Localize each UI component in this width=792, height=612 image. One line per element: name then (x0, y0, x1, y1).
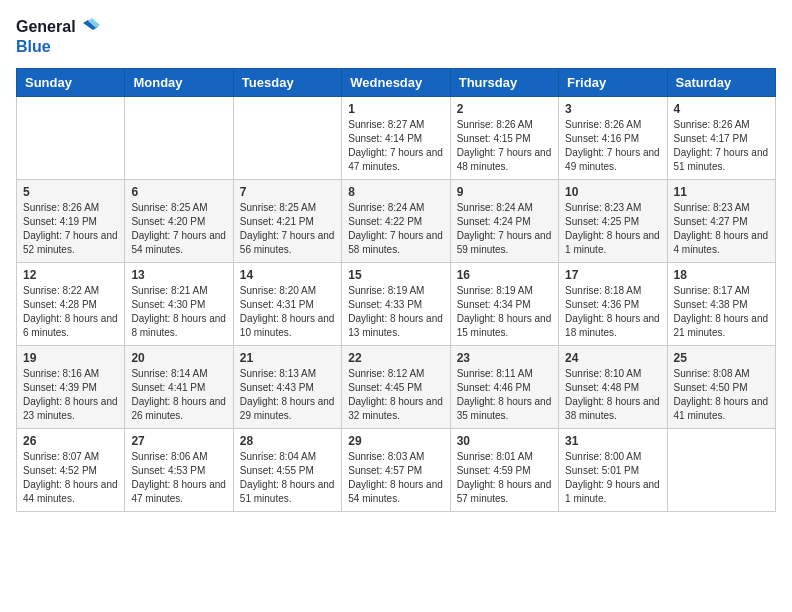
cell-info: Sunrise: 8:10 AM Sunset: 4:48 PM Dayligh… (565, 367, 660, 423)
calendar-cell: 29Sunrise: 8:03 AM Sunset: 4:57 PM Dayli… (342, 428, 450, 511)
day-number: 13 (131, 268, 226, 282)
logo-blue: Blue (16, 38, 100, 56)
cell-info: Sunrise: 8:24 AM Sunset: 4:24 PM Dayligh… (457, 201, 552, 257)
cell-info: Sunrise: 8:23 AM Sunset: 4:25 PM Dayligh… (565, 201, 660, 257)
cell-info: Sunrise: 8:17 AM Sunset: 4:38 PM Dayligh… (674, 284, 769, 340)
calendar-cell: 27Sunrise: 8:06 AM Sunset: 4:53 PM Dayli… (125, 428, 233, 511)
calendar-cell: 22Sunrise: 8:12 AM Sunset: 4:45 PM Dayli… (342, 345, 450, 428)
day-number: 30 (457, 434, 552, 448)
cell-info: Sunrise: 8:26 AM Sunset: 4:17 PM Dayligh… (674, 118, 769, 174)
weekday-header: Tuesday (233, 68, 341, 96)
calendar-cell: 21Sunrise: 8:13 AM Sunset: 4:43 PM Dayli… (233, 345, 341, 428)
calendar-cell: 16Sunrise: 8:19 AM Sunset: 4:34 PM Dayli… (450, 262, 558, 345)
day-number: 10 (565, 185, 660, 199)
day-number: 20 (131, 351, 226, 365)
day-number: 3 (565, 102, 660, 116)
calendar-week-row: 12Sunrise: 8:22 AM Sunset: 4:28 PM Dayli… (17, 262, 776, 345)
day-number: 1 (348, 102, 443, 116)
day-number: 11 (674, 185, 769, 199)
cell-info: Sunrise: 8:06 AM Sunset: 4:53 PM Dayligh… (131, 450, 226, 506)
cell-info: Sunrise: 8:07 AM Sunset: 4:52 PM Dayligh… (23, 450, 118, 506)
cell-info: Sunrise: 8:19 AM Sunset: 4:34 PM Dayligh… (457, 284, 552, 340)
cell-info: Sunrise: 8:12 AM Sunset: 4:45 PM Dayligh… (348, 367, 443, 423)
calendar-cell: 8Sunrise: 8:24 AM Sunset: 4:22 PM Daylig… (342, 179, 450, 262)
cell-info: Sunrise: 8:08 AM Sunset: 4:50 PM Dayligh… (674, 367, 769, 423)
calendar-cell: 18Sunrise: 8:17 AM Sunset: 4:38 PM Dayli… (667, 262, 775, 345)
calendar-cell: 23Sunrise: 8:11 AM Sunset: 4:46 PM Dayli… (450, 345, 558, 428)
calendar-cell: 15Sunrise: 8:19 AM Sunset: 4:33 PM Dayli… (342, 262, 450, 345)
day-number: 28 (240, 434, 335, 448)
calendar-week-row: 19Sunrise: 8:16 AM Sunset: 4:39 PM Dayli… (17, 345, 776, 428)
calendar-cell: 5Sunrise: 8:26 AM Sunset: 4:19 PM Daylig… (17, 179, 125, 262)
calendar-cell: 3Sunrise: 8:26 AM Sunset: 4:16 PM Daylig… (559, 96, 667, 179)
day-number: 12 (23, 268, 118, 282)
calendar-cell: 13Sunrise: 8:21 AM Sunset: 4:30 PM Dayli… (125, 262, 233, 345)
calendar-cell: 26Sunrise: 8:07 AM Sunset: 4:52 PM Dayli… (17, 428, 125, 511)
day-number: 2 (457, 102, 552, 116)
calendar-week-row: 26Sunrise: 8:07 AM Sunset: 4:52 PM Dayli… (17, 428, 776, 511)
cell-info: Sunrise: 8:20 AM Sunset: 4:31 PM Dayligh… (240, 284, 335, 340)
calendar-cell: 25Sunrise: 8:08 AM Sunset: 4:50 PM Dayli… (667, 345, 775, 428)
calendar-cell: 11Sunrise: 8:23 AM Sunset: 4:27 PM Dayli… (667, 179, 775, 262)
cell-info: Sunrise: 8:25 AM Sunset: 4:21 PM Dayligh… (240, 201, 335, 257)
cell-info: Sunrise: 8:27 AM Sunset: 4:14 PM Dayligh… (348, 118, 443, 174)
day-number: 7 (240, 185, 335, 199)
calendar-cell: 4Sunrise: 8:26 AM Sunset: 4:17 PM Daylig… (667, 96, 775, 179)
calendar-cell: 24Sunrise: 8:10 AM Sunset: 4:48 PM Dayli… (559, 345, 667, 428)
day-number: 9 (457, 185, 552, 199)
cell-info: Sunrise: 8:26 AM Sunset: 4:16 PM Dayligh… (565, 118, 660, 174)
calendar-cell: 12Sunrise: 8:22 AM Sunset: 4:28 PM Dayli… (17, 262, 125, 345)
calendar-cell: 1Sunrise: 8:27 AM Sunset: 4:14 PM Daylig… (342, 96, 450, 179)
cell-info: Sunrise: 8:11 AM Sunset: 4:46 PM Dayligh… (457, 367, 552, 423)
cell-info: Sunrise: 8:24 AM Sunset: 4:22 PM Dayligh… (348, 201, 443, 257)
weekday-header: Wednesday (342, 68, 450, 96)
weekday-header: Thursday (450, 68, 558, 96)
logo-general: General (16, 18, 76, 36)
calendar-cell: 14Sunrise: 8:20 AM Sunset: 4:31 PM Dayli… (233, 262, 341, 345)
cell-info: Sunrise: 8:18 AM Sunset: 4:36 PM Dayligh… (565, 284, 660, 340)
day-number: 4 (674, 102, 769, 116)
day-number: 6 (131, 185, 226, 199)
calendar-header-row: SundayMondayTuesdayWednesdayThursdayFrid… (17, 68, 776, 96)
page-header: General Blue (16, 16, 776, 56)
logo-arrow-icon (78, 16, 100, 38)
day-number: 24 (565, 351, 660, 365)
cell-info: Sunrise: 8:26 AM Sunset: 4:19 PM Dayligh… (23, 201, 118, 257)
calendar-cell: 6Sunrise: 8:25 AM Sunset: 4:20 PM Daylig… (125, 179, 233, 262)
day-number: 16 (457, 268, 552, 282)
calendar-cell: 10Sunrise: 8:23 AM Sunset: 4:25 PM Dayli… (559, 179, 667, 262)
day-number: 18 (674, 268, 769, 282)
cell-info: Sunrise: 8:19 AM Sunset: 4:33 PM Dayligh… (348, 284, 443, 340)
calendar-cell (667, 428, 775, 511)
day-number: 17 (565, 268, 660, 282)
calendar-cell: 7Sunrise: 8:25 AM Sunset: 4:21 PM Daylig… (233, 179, 341, 262)
cell-info: Sunrise: 8:26 AM Sunset: 4:15 PM Dayligh… (457, 118, 552, 174)
cell-info: Sunrise: 8:00 AM Sunset: 5:01 PM Dayligh… (565, 450, 660, 506)
cell-info: Sunrise: 8:03 AM Sunset: 4:57 PM Dayligh… (348, 450, 443, 506)
weekday-header: Friday (559, 68, 667, 96)
day-number: 21 (240, 351, 335, 365)
calendar-week-row: 1Sunrise: 8:27 AM Sunset: 4:14 PM Daylig… (17, 96, 776, 179)
calendar-cell: 31Sunrise: 8:00 AM Sunset: 5:01 PM Dayli… (559, 428, 667, 511)
calendar-cell: 9Sunrise: 8:24 AM Sunset: 4:24 PM Daylig… (450, 179, 558, 262)
day-number: 27 (131, 434, 226, 448)
cell-info: Sunrise: 8:14 AM Sunset: 4:41 PM Dayligh… (131, 367, 226, 423)
day-number: 25 (674, 351, 769, 365)
calendar-cell (17, 96, 125, 179)
calendar-cell: 17Sunrise: 8:18 AM Sunset: 4:36 PM Dayli… (559, 262, 667, 345)
calendar-cell (233, 96, 341, 179)
day-number: 29 (348, 434, 443, 448)
calendar-cell: 20Sunrise: 8:14 AM Sunset: 4:41 PM Dayli… (125, 345, 233, 428)
cell-info: Sunrise: 8:21 AM Sunset: 4:30 PM Dayligh… (131, 284, 226, 340)
calendar-cell (125, 96, 233, 179)
day-number: 23 (457, 351, 552, 365)
calendar-cell: 19Sunrise: 8:16 AM Sunset: 4:39 PM Dayli… (17, 345, 125, 428)
cell-info: Sunrise: 8:04 AM Sunset: 4:55 PM Dayligh… (240, 450, 335, 506)
cell-info: Sunrise: 8:16 AM Sunset: 4:39 PM Dayligh… (23, 367, 118, 423)
logo: General Blue (16, 16, 100, 56)
cell-info: Sunrise: 8:22 AM Sunset: 4:28 PM Dayligh… (23, 284, 118, 340)
cell-info: Sunrise: 8:23 AM Sunset: 4:27 PM Dayligh… (674, 201, 769, 257)
day-number: 19 (23, 351, 118, 365)
weekday-header: Sunday (17, 68, 125, 96)
calendar-table: SundayMondayTuesdayWednesdayThursdayFrid… (16, 68, 776, 512)
